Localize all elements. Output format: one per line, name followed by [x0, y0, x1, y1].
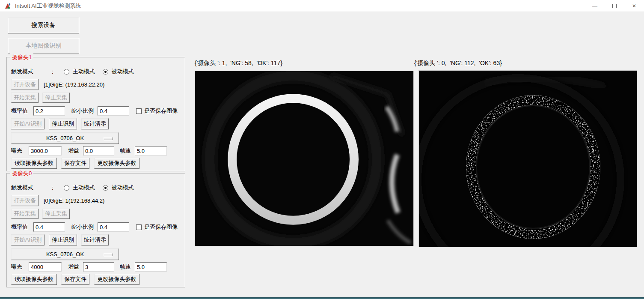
optionmenu-indicator-icon [104, 137, 113, 140]
camera0-view [418, 70, 637, 247]
probability-label: 概率值 [11, 223, 28, 231]
save-image-label: 是否保存图像 [144, 223, 178, 231]
fps-label: 帧速 [120, 147, 131, 155]
camera1-radio-passive-mode[interactable] [103, 69, 108, 75]
camera1-probability-input[interactable] [33, 106, 65, 116]
shrink-ratio-label: 缩小比例 [71, 107, 94, 115]
trigger-mode-label: 触发模式 [11, 184, 38, 191]
gain-label: 增益 [68, 147, 79, 155]
camera1-model-row: KSS_0706_OK [11, 132, 181, 144]
camera0-panel: 摄像头0 触发模式 : 主动模式 被动模式 打开设备 [0]GigE: 1(19… [6, 173, 185, 287]
taskbar-edge [0, 297, 644, 299]
radio-active-label: 主动模式 [73, 184, 95, 191]
camera1-open-device-button[interactable]: 打开设备 [11, 79, 39, 90]
colon-label: : [52, 69, 53, 75]
camera0-fps-input[interactable] [135, 262, 167, 272]
camera0-save-file-button[interactable]: 保存文件 [61, 274, 89, 285]
camera1-device-info: [1]GigE: (192.168.22.20) [44, 81, 104, 88]
camera0-open-device-button[interactable]: 打开设备 [11, 195, 39, 206]
title-bar: Intsoft AI工业视觉检测系统 — ✕ [0, 0, 644, 12]
colon-label: : [52, 185, 53, 191]
fps-label: 帧速 [120, 263, 131, 271]
camera0-probability-row: 概率值 缩小比例 是否保存图像 [11, 222, 181, 232]
camera1-gain-input[interactable] [83, 146, 114, 155]
probability-label: 概率值 [11, 107, 28, 115]
camera1-panel: 摄像头1 触发模式 : 主动模式 被动模式 打开设备 [1]GigE: (192… [6, 57, 185, 171]
camera0-probability-input[interactable] [33, 222, 65, 232]
local-image-recognition-button[interactable]: 本地图像识别 [8, 38, 79, 54]
camera0-stop-capture-button[interactable]: 停止采集 [42, 209, 70, 219]
camera0-stats-label: {'摄像头 ': 0, 'NG': 112, 'OK': 63} [414, 60, 502, 67]
minimize-icon[interactable]: — [585, 0, 605, 12]
camera0-exposure-row: 曝光 增益 帧速 [11, 262, 181, 272]
camera1-radio-active-mode[interactable] [64, 69, 69, 75]
camera0-open-row: 打开设备 [0]GigE: 1(192.168.44.2) [11, 195, 181, 206]
window-controls: — ✕ [585, 0, 644, 12]
camera1-stats-label: {'摄像头 ': 1, 'NG': 58, 'OK': 117} [195, 60, 282, 67]
radio-passive-label: 被动模式 [112, 184, 134, 191]
camera0-start-ai-button[interactable]: 开始AI识别 [11, 234, 45, 245]
app-logo-icon [5, 3, 12, 9]
camera0-params-row: 读取摄像头参数 保存文件 更改摄像头参数 [11, 274, 181, 285]
exposure-label: 曝光 [11, 263, 22, 271]
exposure-label: 曝光 [11, 147, 22, 155]
camera0-radio-active-mode[interactable] [64, 185, 69, 191]
camera1-ai-row: 开始AI识别 停止识别 统计清零 [11, 118, 181, 129]
camera1-shrink-ratio-input[interactable] [98, 106, 129, 116]
camera0-clear-stats-button[interactable]: 统计清零 [81, 234, 109, 245]
gain-label: 增益 [68, 263, 79, 271]
camera0-model-row: KSS_0706_OK [11, 248, 181, 260]
camera1-params-row: 读取摄像头参数 保存文件 更改摄像头参数 [11, 158, 181, 169]
camera0-stop-ai-button[interactable]: 停止识别 [49, 234, 77, 245]
camera1-exposure-row: 曝光 增益 帧速 [11, 146, 181, 155]
camera1-probability-row: 概率值 缩小比例 是否保存图像 [11, 106, 181, 116]
radio-passive-label: 被动模式 [112, 68, 134, 75]
maximize-icon[interactable] [605, 0, 624, 12]
radio-active-label: 主动模式 [73, 68, 95, 75]
camera0-shrink-ratio-input[interactable] [98, 222, 129, 232]
camera1-fps-input[interactable] [135, 146, 167, 155]
optionmenu-indicator-icon [104, 253, 113, 256]
camera1-model-value: KSS_0706_OK [46, 135, 84, 141]
shrink-ratio-label: 缩小比例 [71, 223, 94, 231]
camera1-save-file-button[interactable]: 保存文件 [61, 158, 89, 169]
trigger-mode-label: 触发模式 [11, 68, 38, 75]
camera0-panel-title: 摄像头0 [10, 170, 33, 177]
camera1-read-params-button[interactable]: 读取摄像头参数 [11, 158, 57, 169]
camera1-panel-title: 摄像头1 [10, 54, 33, 61]
camera1-view [195, 71, 414, 246]
camera0-model-select[interactable]: KSS_0706_OK [11, 248, 119, 260]
camera1-start-capture-button[interactable]: 开始采集 [11, 93, 39, 103]
camera0-radio-passive-mode[interactable] [103, 185, 108, 191]
camera1-trigger-row: 触发模式 : 主动模式 被动模式 [11, 68, 181, 75]
camera1-stop-capture-button[interactable]: 停止采集 [42, 93, 70, 103]
camera1-save-image-checkbox[interactable] [136, 108, 142, 114]
camera1-capture-row: 开始采集 停止采集 [11, 93, 181, 103]
window-title: Intsoft AI工业视觉检测系统 [15, 2, 81, 10]
camera1-clear-stats-button[interactable]: 统计清零 [81, 118, 109, 129]
camera0-capture-row: 开始采集 停止采集 [11, 209, 181, 219]
camera0-start-capture-button[interactable]: 开始采集 [11, 209, 39, 219]
close-icon[interactable]: ✕ [624, 0, 644, 12]
search-device-button[interactable]: 搜索设备 [8, 17, 79, 33]
camera0-save-image-checkbox[interactable] [136, 224, 142, 230]
camera1-exposure-input[interactable] [29, 146, 62, 155]
camera1-open-row: 打开设备 [1]GigE: (192.168.22.20) [11, 79, 181, 90]
camera1-change-params-button[interactable]: 更改摄像头参数 [94, 158, 139, 169]
camera0-device-info: [0]GigE: 1(192.168.44.2) [44, 197, 104, 204]
camera0-change-params-button[interactable]: 更改摄像头参数 [94, 274, 139, 285]
camera1-start-ai-button[interactable]: 开始AI识别 [11, 118, 45, 129]
save-image-label: 是否保存图像 [144, 107, 178, 115]
camera0-read-params-button[interactable]: 读取摄像头参数 [11, 274, 57, 285]
camera0-trigger-row: 触发模式 : 主动模式 被动模式 [11, 184, 181, 191]
camera0-exposure-input[interactable] [29, 262, 62, 272]
camera0-model-value: KSS_0706_OK [46, 251, 84, 257]
camera1-stop-ai-button[interactable]: 停止识别 [49, 118, 77, 129]
camera0-ai-row: 开始AI识别 停止识别 统计清零 [11, 234, 181, 245]
camera0-gain-input[interactable] [83, 262, 114, 272]
camera1-model-select[interactable]: KSS_0706_OK [11, 132, 119, 144]
